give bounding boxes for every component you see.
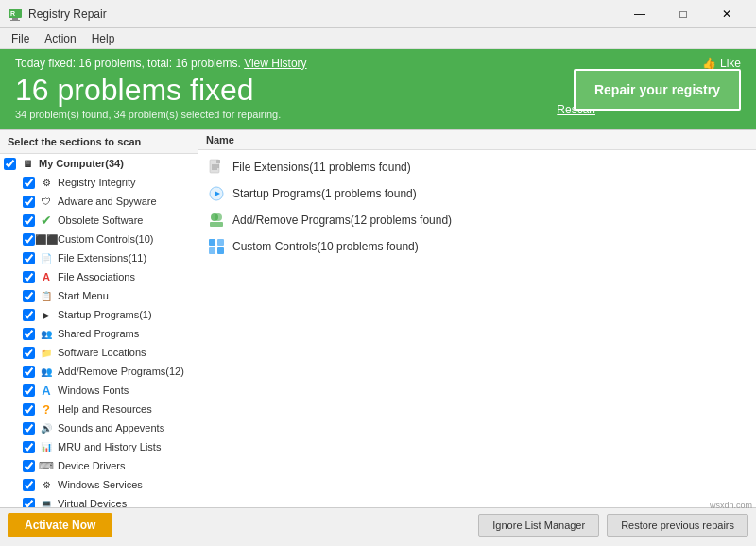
tree-area[interactable]: 🖥 My Computer(34) ⚙ Registry Integrity 🛡…: [0, 154, 198, 507]
result-item-file-ext[interactable]: File Extensions(11 problems found): [198, 154, 756, 180]
tree-item-virtual-devices[interactable]: 💻 Virtual Devices: [0, 494, 198, 507]
ignore-list-button[interactable]: Ignore List Manager: [478, 514, 599, 537]
result-item-startup[interactable]: Startup Programs(1 problems found): [198, 180, 756, 207]
software-loc-icon: 📁: [39, 345, 54, 360]
tree-label-software-loc: Software Locations: [58, 347, 146, 358]
left-panel-header: Select the sections to scan: [0, 130, 198, 154]
menu-action[interactable]: Action: [37, 30, 83, 47]
tree-label-file-extensions: File Extensions(11): [58, 252, 146, 264]
sounds-icon: 🔊: [39, 420, 54, 435]
menu-help[interactable]: Help: [84, 30, 123, 47]
checkbox-virtual-devices[interactable]: [23, 498, 35, 508]
tree-item-adware[interactable]: 🛡 Adware and Spyware: [0, 192, 198, 211]
result-label-startup: Startup Programs(1 problems found): [232, 187, 417, 200]
tree-label-virtual-devices: Virtual Devices: [58, 498, 127, 507]
start-menu-icon: 📋: [39, 288, 54, 303]
checkbox-help[interactable]: [23, 403, 35, 416]
result-item-custom-controls[interactable]: Custom Controls(10 problems found): [198, 233, 756, 260]
title-bar: R Registry Repair — □ ✕: [0, 0, 756, 28]
checkbox-registry-integrity[interactable]: [23, 177, 35, 189]
tree-item-startup-progs[interactable]: ▶ Startup Programs(1): [0, 305, 198, 324]
checkbox-windows-services[interactable]: [23, 479, 35, 491]
tree-item-start-menu[interactable]: 📋 Start Menu: [0, 286, 198, 305]
tree-label-help: Help and Resources: [58, 403, 152, 415]
checkbox-file-assoc[interactable]: [23, 271, 35, 283]
checkbox-add-remove[interactable]: [23, 366, 35, 378]
checkbox-adware[interactable]: [23, 196, 35, 208]
window-title: Registry Repair: [28, 8, 618, 21]
windows-services-icon: ⚙: [39, 477, 54, 492]
tree-item-shared-progs[interactable]: 👥 Shared Programs: [0, 324, 198, 343]
tree-item-mru[interactable]: 📊 MRU and History Lists: [0, 437, 198, 456]
watermark: wsxdn.com: [710, 501, 752, 510]
tree-item-custom-controls[interactable]: ⬛⬛ Custom Controls(10): [0, 230, 198, 248]
tree-item-device-drivers[interactable]: ⌨ Device Drivers: [0, 456, 198, 475]
activate-button[interactable]: Activate Now: [8, 513, 112, 537]
tree-item-help[interactable]: ? Help and Resources: [0, 400, 198, 418]
reg-icon: ⚙: [39, 175, 54, 190]
menu-file[interactable]: File: [4, 30, 37, 47]
tree-label-shared-progs: Shared Programs: [58, 328, 139, 339]
checkbox-obsolete[interactable]: [23, 214, 35, 227]
tree-item-mycomputer[interactable]: 🖥 My Computer(34): [0, 154, 198, 173]
svg-rect-2: [10, 20, 20, 21]
checkbox-custom-controls[interactable]: [23, 233, 35, 246]
restore-repairs-button[interactable]: Restore previous repairs: [607, 514, 748, 537]
svg-rect-1: [12, 18, 18, 20]
tree-label-mycomputer: My Computer(34): [39, 158, 124, 169]
tree-item-fonts[interactable]: A Windows Fonts: [0, 381, 198, 400]
result-startup-icon: [208, 185, 225, 202]
tree-item-file-assoc[interactable]: A File Associations: [0, 267, 198, 286]
svg-rect-17: [217, 247, 224, 254]
svg-rect-5: [216, 160, 220, 163]
close-button[interactable]: ✕: [705, 0, 748, 28]
tree-item-sounds[interactable]: 🔊 Sounds and Appevents: [0, 418, 198, 437]
maximize-button[interactable]: □: [662, 0, 705, 28]
tree-item-registry-integrity[interactable]: ⚙ Registry Integrity: [0, 173, 198, 192]
tree-item-windows-services[interactable]: ⚙ Windows Services: [0, 475, 198, 494]
main-content: Select the sections to scan 🖥 My Compute…: [0, 129, 756, 507]
file-extensions-icon: 📄: [39, 250, 54, 265]
checkbox-start-menu[interactable]: [23, 290, 35, 302]
svg-text:R: R: [10, 10, 15, 17]
today-fixed-text: Today fixed: 16 problems, total: 16 prob…: [15, 57, 307, 70]
app-icon: R: [8, 7, 23, 22]
result-item-add-remove[interactable]: Add/Remove Programs(12 problems found): [198, 207, 756, 233]
result-custom-icon: [208, 238, 225, 255]
shared-progs-icon: 👥: [39, 326, 54, 341]
left-panel: Select the sections to scan 🖥 My Compute…: [0, 130, 198, 507]
repair-registry-button[interactable]: Repair your registry: [574, 69, 741, 111]
problems-sub-text: 34 problem(s) found, 34 problem(s) selec…: [15, 109, 741, 120]
svg-rect-14: [209, 239, 215, 246]
checkbox-fonts[interactable]: [23, 384, 35, 397]
tree-item-file-extensions[interactable]: 📄 File Extensions(11): [0, 248, 198, 267]
right-panel-header: Name: [198, 130, 756, 150]
fonts-icon: A: [39, 383, 54, 398]
checkbox-device-drivers[interactable]: [23, 460, 35, 472]
result-add-remove-icon: [208, 212, 225, 229]
file-assoc-icon: A: [39, 269, 54, 284]
startup-icon: ▶: [39, 307, 54, 322]
menu-bar: File Action Help: [0, 28, 756, 49]
obsolete-icon: ✔: [39, 213, 54, 228]
mru-icon: 📊: [39, 439, 54, 454]
checkbox-sounds[interactable]: [23, 422, 35, 435]
virtual-devices-icon: 💻: [39, 496, 54, 507]
results-list: File Extensions(11 problems found) Start…: [198, 150, 756, 507]
checkbox-mru[interactable]: [23, 441, 35, 453]
checkbox-software-loc[interactable]: [23, 347, 35, 359]
tree-item-add-remove[interactable]: 👥 Add/Remove Programs(12): [0, 362, 198, 381]
add-remove-icon: 👥: [39, 364, 54, 379]
svg-rect-16: [209, 247, 215, 254]
tree-item-software-loc[interactable]: 📁 Software Locations: [0, 343, 198, 362]
view-history-link[interactable]: View History: [244, 57, 306, 70]
shield-icon: 🛡: [39, 194, 54, 209]
minimize-button[interactable]: —: [618, 0, 662, 28]
checkbox-shared-progs[interactable]: [23, 328, 35, 340]
checkbox-startup-progs[interactable]: [23, 309, 35, 321]
checkbox-file-extensions[interactable]: [23, 252, 35, 264]
tree-label-obsolete: Obsolete Software: [58, 214, 144, 226]
checkbox-mycomputer[interactable]: [4, 158, 16, 170]
bottom-bar: Activate Now Ignore List Manager Restore…: [0, 507, 756, 541]
tree-item-obsolete[interactable]: ✔ Obsolete Software: [0, 211, 198, 230]
